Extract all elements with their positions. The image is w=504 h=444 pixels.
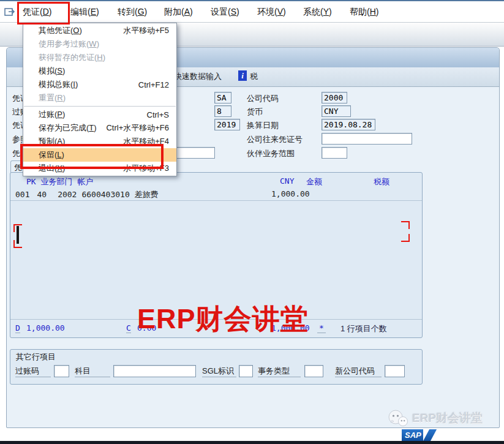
- menu-separator: [24, 106, 176, 107]
- cross-company-doc-label: 公司往来凭证号: [247, 134, 303, 145]
- items-header-left: PK 业务部门 帐户: [26, 176, 93, 187]
- translation-date-field[interactable]: [322, 119, 375, 130]
- gui-interaction-icon[interactable]: [4, 6, 17, 18]
- items-header-tax: 税额: [374, 176, 389, 187]
- row-business-area: 2002: [58, 190, 77, 199]
- company-code-label: 公司代码: [247, 93, 279, 104]
- sgl-indicator-label: SGL标识: [202, 366, 236, 377]
- menu-item-hold[interactable]: 保留(L): [23, 148, 176, 162]
- sap-logo: SAP: [402, 429, 431, 441]
- posting-key-label: 过账码: [15, 366, 51, 377]
- translation-date-label: 换算日期: [247, 120, 279, 131]
- menu-edit[interactable]: 编辑(E): [70, 7, 99, 18]
- row-account-text: 差旅费: [135, 190, 159, 199]
- items-header-amount: 金额: [306, 176, 322, 187]
- transaction-type-field[interactable]: [304, 365, 323, 377]
- text-cursor: [17, 226, 19, 244]
- partner-business-area-field[interactable]: [322, 147, 347, 159]
- menu-settings[interactable]: 设置(S): [211, 7, 239, 18]
- sgl-indicator-field[interactable]: [239, 365, 253, 377]
- company-code-field[interactable]: [322, 92, 347, 103]
- info-icon: i: [238, 70, 247, 81]
- watermark-text: ERP财会讲堂: [137, 301, 309, 337]
- row-separator: [10, 200, 422, 201]
- debit-indicator: D: [15, 323, 20, 333]
- items-header-currency: CNY: [280, 176, 294, 186]
- document-type-field[interactable]: [214, 92, 231, 103]
- partner-business-area-label: 伙伴业务范围: [247, 148, 295, 159]
- menu-extras[interactable]: 附加(A): [164, 7, 193, 18]
- fiscal-year-field[interactable]: [214, 119, 240, 130]
- row-posting-key: 40: [37, 190, 47, 199]
- cross-company-doc-field[interactable]: [322, 133, 412, 145]
- balance-status-indicator: *: [317, 323, 326, 333]
- row-account: 6600403010: [81, 190, 129, 199]
- sap-gui-window: 凭证(D) 编辑(E) 转到(G) 附加(A) 设置(S) 环境(V) 系统(Y…: [0, 0, 504, 444]
- wechat-icon: [388, 409, 408, 427]
- document-menu-dropdown: 其他凭证(O) 水平移动+F5 使用参考过账(W) 获得暂存的凭证(H) 模拟(…: [23, 23, 177, 176]
- tax-button[interactable]: 税: [250, 71, 258, 82]
- debit-total: 1,000.00: [26, 323, 65, 333]
- menu-system[interactable]: 系统(Y): [303, 7, 332, 18]
- row-item-number: 001: [15, 190, 29, 199]
- credit-indicator: C: [126, 323, 131, 333]
- new-company-code-label: 新公司代码: [335, 366, 382, 377]
- menu-item-park[interactable]: 预制(A) 水平移动+F4: [23, 135, 176, 148]
- brand-badge: ERP财会讲堂: [388, 409, 483, 427]
- posting-key-field[interactable]: [54, 365, 69, 377]
- menu-item-reset[interactable]: 重置(R): [23, 91, 176, 105]
- transaction-type-label: 事务类型: [258, 366, 301, 377]
- menu-item-exit[interactable]: 退出(X) 水平移动+F3: [23, 162, 176, 175]
- bottom-bar: [0, 441, 504, 444]
- annotation-bracket-top-right: [401, 221, 410, 229]
- annotation-bracket-bottom-right: [401, 234, 410, 242]
- menu-item-other-document[interactable]: 其他凭证(O) 水平移动+F5: [23, 24, 176, 37]
- table-row[interactable]: 0014020026600403010差旅费: [15, 189, 159, 200]
- new-company-code-field[interactable]: [385, 365, 405, 377]
- menu-item-simulate[interactable]: 模拟(S): [23, 64, 176, 78]
- menu-item-get-held-document[interactable]: 获得暂存的凭证(H): [23, 51, 176, 64]
- menu-item-save-as-completed[interactable]: 保存为已完成(T) Ctrl+水平移动+F6: [23, 121, 176, 135]
- quick-entry-button[interactable]: 快速数据输入: [174, 71, 222, 82]
- period-field[interactable]: [214, 105, 231, 117]
- account-field[interactable]: [113, 365, 196, 377]
- menu-item-post[interactable]: 过账(P) Ctrl+S: [23, 108, 176, 121]
- line-count: 1 行项目个数: [340, 323, 387, 334]
- currency-label: 货币: [247, 107, 263, 118]
- menu-goto[interactable]: 转到(G): [118, 7, 147, 18]
- brand-text: ERP财会讲堂: [412, 410, 483, 426]
- account-label: 科目: [75, 366, 110, 377]
- menu-document[interactable]: 凭证(D): [23, 7, 51, 18]
- row-amount: 1,000.00: [271, 189, 310, 198]
- currency-field[interactable]: [322, 105, 351, 117]
- menu-item-post-with-reference[interactable]: 使用参考过账(W): [23, 37, 176, 51]
- other-line-items-title: 其它行项目: [16, 352, 56, 363]
- menu-item-simulate-general-ledger[interactable]: 模拟总账(I) Ctrl+F12: [23, 78, 176, 91]
- menu-environment[interactable]: 环境(V): [257, 7, 286, 18]
- menu-help[interactable]: 帮助(H): [350, 7, 378, 18]
- menu-bar: 凭证(D) 编辑(E) 转到(G) 附加(A) 设置(S) 环境(V) 系统(Y…: [0, 1, 504, 23]
